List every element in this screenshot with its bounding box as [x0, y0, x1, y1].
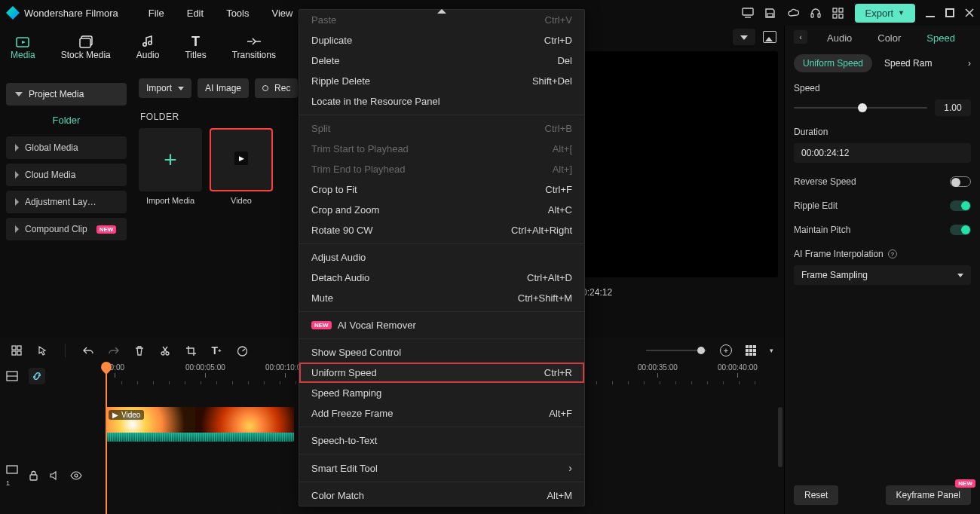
snapshot-icon[interactable]	[763, 31, 776, 43]
context-item-locate-in-the-resource-panel[interactable]: Locate in the Resource Panel	[299, 91, 584, 112]
film-icon: ▶	[234, 151, 248, 165]
speed-slider[interactable]	[794, 107, 927, 109]
speed-value[interactable]: 1.00	[935, 99, 971, 116]
context-item-speech-to-text[interactable]: Speech-to-Text	[299, 430, 584, 451]
context-item-mute[interactable]: MuteCtrl+Shift+M	[299, 288, 584, 308]
track-video-icon[interactable]: 1	[6, 464, 18, 487]
preview-quality-dropdown[interactable]	[733, 29, 755, 45]
subtab-more-icon[interactable]: ›	[968, 58, 971, 69]
tab-media[interactable]: Media	[11, 33, 35, 60]
sidebar-item-global-media[interactable]: Global Media	[6, 136, 127, 159]
split-icon[interactable]	[159, 344, 171, 356]
apps-icon[interactable]	[832, 7, 844, 19]
tool-pointer-icon[interactable]	[36, 344, 48, 356]
text-icon[interactable]: T+	[210, 344, 222, 356]
sidebar-folder-label: Folder	[6, 106, 127, 132]
reverse-speed-toggle[interactable]	[950, 176, 971, 187]
library-tabs: Media Stock Media Audio TTitles Transiti…	[11, 33, 276, 60]
clip-waveform	[106, 433, 294, 442]
timeline-scrollbar[interactable]	[778, 407, 782, 467]
tab-color-inspector[interactable]: Color	[877, 32, 901, 44]
context-item-speed-ramping[interactable]: Speed Ramping	[299, 383, 584, 403]
svg-point-16	[149, 41, 152, 44]
chevron-right-icon	[15, 225, 19, 233]
tab-audio[interactable]: Audio	[136, 33, 160, 60]
inspector-panel: ‹ Audio Color Speed Uniform Speed Speed …	[784, 26, 980, 514]
zoom-in-icon[interactable]: +	[720, 344, 732, 356]
subtab-uniform-speed[interactable]: Uniform Speed	[794, 54, 872, 72]
svg-rect-33	[30, 475, 37, 480]
window-close-icon[interactable]	[965, 8, 974, 17]
menu-tools[interactable]: Tools	[226, 8, 249, 19]
context-item-crop-and-zoom[interactable]: Crop and ZoomAlt+C	[299, 200, 584, 220]
context-item-adjust-audio[interactable]: Adjust Audio	[299, 247, 584, 268]
context-item-smart-edit-tool[interactable]: Smart Edit Tool	[299, 457, 584, 479]
ai-image-button[interactable]: AI Image	[198, 78, 249, 98]
keyframe-panel-button[interactable]: Keyframe PanelNEW	[886, 485, 971, 505]
project-media-chip[interactable]: Project Media	[6, 83, 127, 106]
context-item-ai-vocal-remover[interactable]: NEWAI Vocal Remover	[299, 315, 584, 335]
context-item-add-freeze-frame[interactable]: Add Freeze FrameAlt+F	[299, 403, 584, 424]
crop-icon[interactable]	[185, 344, 197, 356]
tab-stock-media[interactable]: Stock Media	[61, 33, 111, 60]
import-button[interactable]: Import	[139, 78, 191, 98]
headphones-icon[interactable]	[810, 7, 822, 19]
undo-icon[interactable]	[82, 344, 94, 356]
context-item-show-speed-control[interactable]: Show Speed Control	[299, 342, 584, 363]
svg-rect-7	[833, 14, 837, 18]
track-mute-icon[interactable]	[49, 470, 60, 481]
context-item-color-match[interactable]: Color MatchAlt+M	[299, 485, 584, 506]
sidebar-item-cloud-media[interactable]: Cloud Media	[6, 164, 127, 186]
context-item-crop-to-fit[interactable]: Crop to FitCtrl+F	[299, 179, 584, 200]
context-item-detach-audio[interactable]: Detach AudioCtrl+Alt+D	[299, 268, 584, 288]
export-button[interactable]: Export▼	[855, 4, 916, 23]
new-badge: NEW	[955, 479, 975, 488]
subtab-speed-ramping[interactable]: Speed Ram	[884, 58, 932, 69]
record-button[interactable]: Rec	[255, 78, 298, 98]
timeline-grid-icon[interactable]	[746, 345, 756, 356]
tab-titles[interactable]: TTitles	[185, 33, 206, 60]
reset-button[interactable]: Reset	[794, 485, 838, 505]
maintain-pitch-toggle[interactable]	[950, 225, 971, 235]
import-media-tile[interactable]: + Import Media	[139, 128, 202, 205]
track-visibility-icon[interactable]	[70, 471, 82, 480]
track-lock-icon[interactable]	[29, 470, 38, 481]
context-item-uniform-speed[interactable]: Uniform SpeedCtrl+R	[299, 363, 584, 383]
context-item-rotate-90-cw[interactable]: Rotate 90 CWCtrl+Alt+Right	[299, 220, 584, 240]
help-icon[interactable]: ?	[888, 249, 897, 259]
menu-file[interactable]: File	[149, 8, 164, 19]
speed-icon[interactable]	[236, 344, 248, 356]
link-icon[interactable]	[29, 368, 45, 384]
chevron-down-icon	[178, 87, 184, 90]
window-minimize-icon[interactable]	[926, 8, 935, 17]
chevron-down-icon	[15, 92, 23, 96]
window-maximize-icon[interactable]	[945, 8, 954, 17]
chevron-down-icon[interactable]: ▾	[770, 347, 773, 354]
tab-audio-inspector[interactable]: Audio	[827, 32, 852, 44]
redo-icon[interactable]	[108, 344, 120, 356]
sidebar-item-adjustment-layer[interactable]: Adjustment Lay…	[6, 191, 127, 213]
device-icon[interactable]	[742, 7, 754, 19]
video-tile[interactable]: ▶ Video	[210, 128, 273, 205]
delete-icon[interactable]	[133, 344, 145, 356]
frame-sampling-select[interactable]: Frame Sampling	[794, 265, 971, 285]
context-item-duplicate[interactable]: DuplicateCtrl+D	[299, 30, 584, 50]
svg-rect-8	[839, 14, 843, 18]
context-item-ripple-delete[interactable]: Ripple DeleteShift+Del	[299, 71, 584, 91]
duration-value[interactable]: 00:00:24:12	[794, 143, 971, 163]
timeline-clip[interactable]: ▶ Video	[106, 407, 294, 442]
save-icon[interactable]	[764, 7, 776, 19]
inspector-back-icon[interactable]: ‹	[794, 30, 807, 44]
tool-grid-icon[interactable]	[11, 344, 23, 356]
playhead[interactable]	[106, 363, 107, 514]
track-header-icon[interactable]	[6, 371, 18, 381]
sidebar-item-compound-clip[interactable]: Compound ClipNEW	[6, 218, 127, 240]
menu-view[interactable]: View	[271, 8, 292, 19]
zoom-slider[interactable]	[646, 350, 706, 351]
tab-transitions[interactable]: Transitions	[232, 33, 276, 60]
context-item-delete[interactable]: DeleteDel	[299, 50, 584, 71]
menu-edit[interactable]: Edit	[187, 8, 204, 19]
ripple-edit-toggle[interactable]	[950, 200, 971, 211]
tab-speed-inspector[interactable]: Speed	[926, 32, 955, 44]
cloud-icon[interactable]	[787, 7, 799, 19]
